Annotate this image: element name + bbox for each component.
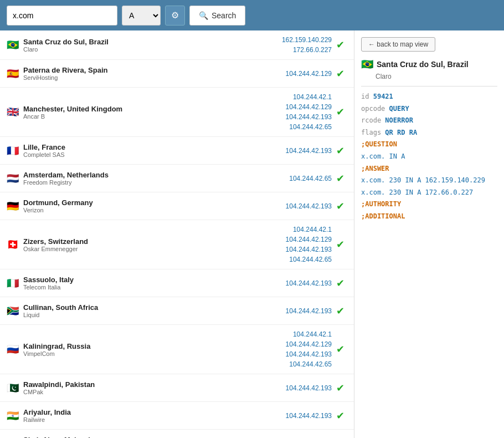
location-name: Manchester, United Kingdom: [23, 105, 286, 113]
isp-name: Ancar B: [23, 113, 286, 120]
search-icon: 🔍: [199, 11, 208, 20]
ip-address: 104.244.42.193: [286, 278, 332, 288]
results-panel: 🇧🇷Santa Cruz do Sul, BrazilClaro162.159.…: [0, 30, 354, 438]
ip-cell: 104.244.42.129: [286, 69, 332, 79]
detail-flag: 🇧🇷: [361, 58, 373, 70]
check-icon: ✔: [336, 305, 347, 317]
isp-name: Claro: [23, 46, 282, 53]
ip-address: 104.244.42.193: [286, 112, 332, 122]
dns-rcode-line: rcode NOERROR: [361, 115, 497, 127]
location-name: Cullinan, South Africa: [23, 303, 286, 312]
result-row[interactable]: 🇧🇷Santa Cruz do Sul, BrazilClaro162.159.…: [0, 30, 354, 60]
location-cell: Kaliningrad, RussiaVimpelCom: [23, 342, 286, 357]
ip-address: 104.244.42.129: [286, 235, 332, 245]
ip-address: 104.244.42.193: [286, 245, 332, 254]
isp-name: Freedom Registry: [23, 179, 289, 186]
result-row[interactable]: 🇪🇸Paterna de Rivera, SpainServiHosting10…: [0, 60, 354, 88]
ip-address: 172.66.0.227: [282, 45, 332, 55]
flag-cell: 🇮🇹: [7, 277, 23, 289]
isp-name: Verizon: [23, 207, 286, 213]
result-row[interactable]: 🇬🇧Manchester, United KingdomAncar B104.2…: [0, 88, 354, 137]
search-button-label: Search: [212, 11, 236, 20]
flag-cell: 🇵🇰: [7, 382, 23, 394]
location-name: Santa Cruz do Sul, Brazil: [23, 38, 282, 46]
location-name: Lille, France: [23, 143, 286, 151]
result-row[interactable]: 🇵🇰Rawalpindi, PakistanCMPak104.244.42.19…: [0, 374, 354, 402]
dns-authority-section: ;AUTHORITY: [361, 198, 497, 211]
isp-name: Railwire: [23, 416, 286, 423]
isp-name: CMPak: [23, 389, 286, 395]
result-row[interactable]: 🇮🇳Ariyalur, IndiaRailwire104.244.42.193✔: [0, 402, 354, 430]
check-icon: ✔: [336, 145, 347, 157]
ip-address: 104.244.42.129: [286, 339, 332, 349]
flag-cell: 🇮🇳: [7, 410, 23, 422]
result-row[interactable]: 🇿🇦Cullinan, South AfricaLiquid104.244.42…: [0, 297, 354, 325]
ip-address: 104.244.42.1: [286, 329, 332, 339]
ip-cell: 104.244.42.193: [286, 306, 332, 316]
location-cell: Dortmund, GermanyVerizon: [23, 198, 286, 213]
ip-address: 162.159.140.229: [282, 35, 332, 45]
dns-flags-line: flags QR RD RA: [361, 127, 497, 139]
back-to-map-button[interactable]: ← back to map view: [361, 37, 435, 52]
check-icon: ✔: [336, 39, 347, 51]
check-icon: ✔: [336, 200, 347, 212]
ip-address: 104.244.42.193: [286, 411, 332, 421]
check-icon: ✔: [336, 382, 347, 394]
location-cell: Manchester, United KingdomAncar B: [23, 105, 286, 120]
result-row[interactable]: 🇮🇹Sassuolo, ItalyTelecom Italia104.244.4…: [0, 269, 354, 297]
detail-isp: Claro: [361, 73, 497, 80]
ip-cell: 104.244.42.193: [286, 278, 332, 288]
isp-name: Completel SAS: [23, 151, 286, 158]
isp-name: Liquid: [23, 312, 286, 318]
location-name: Paterna de Rivera, Spain: [23, 66, 286, 74]
result-row[interactable]: 🇩🇪Dortmund, GermanyVerizon104.244.42.193…: [0, 192, 354, 220]
ip-address: 104.244.42.193: [286, 306, 332, 316]
flag-cell: 🇩🇪: [7, 200, 23, 212]
check-icon: ✔: [336, 410, 347, 422]
location-name: Zizers, Switzerland: [23, 237, 286, 246]
ip-address: 104.244.42.129: [286, 102, 332, 112]
location-name: Ariyalur, India: [23, 408, 286, 416]
location-cell: Rawalpindi, PakistanCMPak: [23, 380, 286, 395]
detail-location-name: Santa Cruz do Sul, Brazil: [377, 60, 469, 69]
ip-cell: 104.244.42.193: [286, 201, 332, 211]
check-icon: ✔: [336, 238, 347, 251]
check-icon: ✔: [336, 106, 347, 118]
result-row[interactable]: 🇲🇾Shah Alam, MalaysiaTT Dotcom104.244.42…: [0, 430, 354, 438]
ip-cell: 162.159.140.229172.66.0.227: [282, 35, 332, 55]
record-type-select[interactable]: AAAAAMXNSTXTCNAMESOA: [122, 6, 161, 26]
location-name: Dortmund, Germany: [23, 198, 286, 207]
detail-location: 🇧🇷 Santa Cruz do Sul, Brazil: [361, 58, 497, 70]
flag-cell: 🇳🇱: [7, 172, 23, 185]
ip-address: 104.244.42.1: [286, 92, 332, 102]
flag-cell: 🇿🇦: [7, 305, 23, 317]
result-row[interactable]: 🇷🇺Kaliningrad, RussiaVimpelCom104.244.42…: [0, 325, 354, 374]
header: AAAAAMXNSTXTCNAMESOA ⚙ 🔍 Search: [0, 0, 504, 30]
dns-question-section: ;QUESTION: [361, 139, 497, 151]
location-cell: Amsterdam, NetherlandsFreedom Registry: [23, 171, 289, 186]
location-cell: Santa Cruz do Sul, BrazilClaro: [23, 38, 282, 53]
settings-button[interactable]: ⚙: [165, 6, 185, 26]
isp-name: VimpelCom: [23, 350, 286, 357]
ip-address: 104.244.42.65: [289, 174, 332, 184]
ip-cell: 104.244.42.1104.244.42.129104.244.42.193…: [286, 225, 332, 264]
ip-cell: 104.244.42.65: [289, 174, 332, 184]
result-row[interactable]: 🇫🇷Lille, FranceCompletel SAS104.244.42.1…: [0, 137, 354, 165]
location-name: Rawalpindi, Pakistan: [23, 380, 286, 389]
ip-address: 104.244.42.129: [286, 69, 332, 79]
location-cell: Cullinan, South AfricaLiquid: [23, 303, 286, 318]
result-row[interactable]: 🇨🇭Zizers, SwitzerlandOskar Emmenegger104…: [0, 220, 354, 269]
dns-id-line: id 59421: [361, 91, 497, 103]
dns-answer-section: ;ANSWER: [361, 163, 497, 175]
location-cell: Zizers, SwitzerlandOskar Emmenegger: [23, 237, 286, 252]
ip-cell: 104.244.42.1104.244.42.129104.244.42.193…: [286, 329, 332, 369]
result-row[interactable]: 🇳🇱Amsterdam, NetherlandsFreedom Registry…: [0, 165, 354, 192]
ip-address: 104.244.42.1: [286, 225, 332, 235]
dns-question-record: x.com. IN A: [361, 151, 497, 163]
search-button[interactable]: 🔍 Search: [189, 6, 245, 26]
flag-cell: 🇫🇷: [7, 145, 23, 157]
detail-dns: id 59421 opcode QUERY rcode NOERROR flag…: [361, 91, 497, 223]
search-input[interactable]: [7, 6, 117, 26]
location-cell: Ariyalur, IndiaRailwire: [23, 408, 286, 423]
location-name: Shah Alam, Malaysia: [23, 436, 289, 438]
